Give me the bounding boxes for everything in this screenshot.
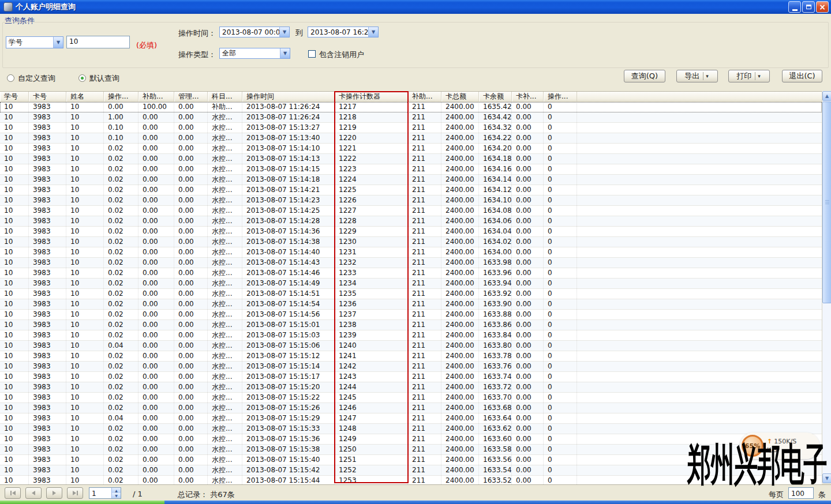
column-header[interactable]: 操作时间	[242, 92, 335, 101]
table-row[interactable]: 103983100.020.000.00水控...2013-08-07 15:1…	[0, 237, 822, 247]
table-row[interactable]: 103983100.020.000.00水控...2013-08-07 15:1…	[0, 403, 822, 413]
minimize-button[interactable]	[788, 1, 801, 13]
print-button[interactable]: 打印 ▾	[728, 70, 770, 82]
table-row[interactable]: 103983100.020.000.00水控...2013-08-07 15:1…	[0, 362, 822, 372]
last-page-button[interactable]	[67, 487, 83, 499]
column-header[interactable]: 卡号	[29, 92, 66, 101]
vertical-scrollbar[interactable]: ▲ ▼	[822, 91, 831, 483]
time-to-picker[interactable]: 2013-08-07 16:21 ▼	[308, 27, 379, 37]
table-row[interactable]: 103983100.020.000.00水控...2013-08-07 15:1…	[0, 289, 822, 299]
table-row[interactable]: 103983100.020.000.00水控...2013-08-07 15:1…	[0, 185, 822, 195]
table-row[interactable]: 103983100.020.000.00水控...2013-08-07 15:1…	[0, 382, 822, 393]
spinner-up-icon[interactable]: ▲	[112, 488, 121, 493]
search-value-input[interactable]: 10	[66, 36, 130, 48]
scrollbar-thumb[interactable]	[822, 101, 831, 303]
table-cell: 211	[408, 403, 441, 413]
chevron-down-icon[interactable]: ▼	[279, 27, 289, 37]
query-button[interactable]: 查询(Q)	[624, 70, 665, 82]
table-cell: 0	[544, 185, 577, 195]
next-page-icon	[53, 491, 56, 495]
export-button[interactable]: 导出 ▾	[676, 70, 718, 82]
table-cell: 0	[544, 237, 577, 247]
table-row[interactable]: 103983100.020.000.00水控...2013-08-07 15:1…	[0, 320, 822, 330]
table-cell: 2400.00	[441, 362, 479, 371]
table-row[interactable]: 103983100.020.000.00水控...2013-08-07 15:1…	[0, 393, 822, 403]
column-header[interactable]: 操作...	[544, 92, 577, 101]
table-row[interactable]: 103983100.020.000.00水控...2013-08-07 15:1…	[0, 310, 822, 320]
table-row[interactable]: 103983100.020.000.00水控...2013-08-07 15:1…	[0, 372, 822, 382]
spinner-down-icon[interactable]: ▼	[112, 493, 121, 498]
include-logout-checkbox[interactable]	[308, 50, 316, 58]
first-page-button[interactable]	[5, 487, 21, 499]
column-header[interactable]: 科目...	[208, 92, 242, 101]
prev-page-button[interactable]	[25, 487, 42, 499]
table-row[interactable]: 103983100.020.000.00水控...2013-08-07 15:1…	[0, 351, 822, 362]
table-cell: 10	[66, 247, 104, 257]
default-query-radio[interactable]	[78, 74, 86, 82]
table-cell: 0.02	[104, 237, 138, 247]
close-icon: ×	[819, 3, 826, 11]
table-row[interactable]: 103983100.00100.000.00补助...2013-08-07 11…	[0, 102, 822, 112]
restore-button[interactable]	[802, 1, 815, 13]
column-header[interactable]: 卡总额	[441, 92, 479, 101]
custom-query-radio[interactable]	[7, 74, 14, 82]
table-cell: 0.02	[104, 206, 138, 216]
table-cell: 0.00	[512, 258, 544, 268]
column-header[interactable]: 操作...	[104, 92, 138, 101]
chevron-down-icon[interactable]: ▼	[280, 48, 290, 58]
table-row[interactable]: 103983100.040.000.00水控...2013-08-07 15:1…	[0, 413, 822, 424]
table-cell: 10	[66, 372, 104, 382]
page-number-input[interactable]: 1 ▲▼	[89, 487, 121, 499]
table-cell: 3983	[29, 102, 66, 112]
time-from-picker[interactable]: 2013-08-07 00:00 ▼	[219, 27, 290, 37]
table-row[interactable]: 103983100.020.000.00水控...2013-08-07 15:1…	[0, 144, 822, 154]
table-cell: 1633.78	[479, 351, 512, 361]
table-row[interactable]: 103983100.020.000.00水控...2013-08-07 15:1…	[0, 195, 822, 206]
scroll-up-icon[interactable]: ▲	[822, 91, 831, 101]
table-row[interactable]: 103983100.020.000.00水控...2013-08-07 15:1…	[0, 216, 822, 227]
table-cell: 1223	[335, 164, 408, 174]
divider	[755, 72, 755, 80]
exit-button[interactable]: 退出(C)	[782, 70, 822, 82]
table-row[interactable]: 103983100.020.000.00水控...2013-08-07 15:1…	[0, 175, 822, 185]
column-header[interactable]: 姓名	[66, 92, 104, 101]
export-dropdown-arrow[interactable]: ▾	[706, 73, 710, 79]
table-row[interactable]: 103983100.020.000.00水控...2013-08-07 15:1…	[0, 268, 822, 279]
table-row[interactable]: 103983100.020.000.00水控...2013-08-07 15:1…	[0, 299, 822, 310]
close-button[interactable]: ×	[816, 1, 829, 13]
table-row[interactable]: 103983100.020.000.00水控...2013-08-07 15:1…	[0, 206, 822, 216]
next-page-button[interactable]	[46, 487, 62, 499]
table-cell: 2013-08-07 15:14:36	[242, 227, 335, 236]
table-row[interactable]: 103983100.020.000.00水控...2013-08-07 15:1…	[0, 164, 822, 175]
print-dropdown-arrow[interactable]: ▾	[758, 73, 762, 79]
operation-type-select[interactable]: 全部 ▼	[219, 48, 290, 59]
table-row[interactable]: 103983100.020.000.00水控...2013-08-07 15:1…	[0, 154, 822, 164]
table-cell: 3983	[29, 393, 66, 403]
chevron-down-icon[interactable]: ▼	[53, 37, 63, 48]
table-row[interactable]: 103983101.000.000.00水控...2013-08-07 11:2…	[0, 112, 822, 123]
chevron-down-icon[interactable]: ▼	[368, 27, 378, 37]
table-cell: 211	[408, 195, 441, 205]
table-row[interactable]: 103983100.020.000.00水控...2013-08-07 15:1…	[0, 258, 822, 268]
column-header[interactable]: 补助...	[138, 92, 174, 101]
table-row[interactable]: 103983100.020.000.00水控...2013-08-07 15:1…	[0, 227, 822, 237]
column-header[interactable]: 管理...	[174, 92, 208, 101]
page-number-spinner[interactable]: ▲▼	[111, 488, 121, 498]
column-header[interactable]: 卡补...	[512, 92, 544, 101]
table-row[interactable]: 103983100.020.000.00水控...2013-08-07 15:1…	[0, 247, 822, 258]
table-cell: 2013-08-07 15:14:46	[242, 268, 335, 278]
column-header[interactable]: 卡余额	[479, 92, 512, 101]
column-header[interactable]: 学号	[0, 92, 29, 101]
column-header[interactable]: 补助...	[408, 92, 441, 101]
table-row[interactable]: 103983100.100.000.00水控...2013-08-07 15:1…	[0, 123, 822, 133]
table-cell: 1242	[335, 362, 408, 371]
table-cell: 0	[544, 144, 577, 153]
table-row[interactable]: 103983100.020.000.00水控...2013-08-07 15:1…	[0, 424, 822, 434]
table-row[interactable]: 103983100.020.000.00水控...2013-08-07 15:1…	[0, 279, 822, 289]
table-row[interactable]: 103983100.020.000.00水控...2013-08-07 15:1…	[0, 330, 822, 341]
table-row[interactable]: 103983100.040.000.00水控...2013-08-07 15:1…	[0, 341, 822, 351]
column-header[interactable]: 卡操作计数器	[335, 92, 408, 101]
table-row[interactable]: 103983100.100.000.00水控...2013-08-07 15:1…	[0, 133, 822, 144]
search-field-select[interactable]: 学号 ▼	[6, 36, 63, 48]
table-cell: 水控...	[208, 144, 242, 153]
